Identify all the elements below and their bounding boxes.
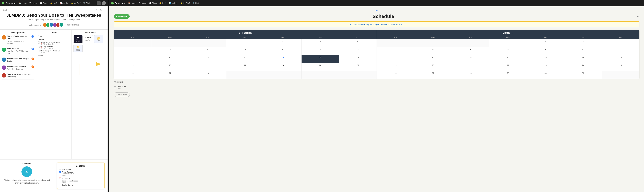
cal-day[interactable]: 22 (226, 63, 264, 71)
cal-day[interactable]: 1 (489, 39, 527, 47)
cal-day[interactable]: 16 (527, 55, 564, 63)
cal-day[interactable]: 11 (602, 47, 640, 55)
cal-day[interactable]: 25 (602, 63, 640, 71)
cal-day[interactable]: 22 (489, 63, 527, 71)
sched-item-0[interactable]: ✓ Press Release Completed Feb 16 Press (59, 171, 102, 176)
cal-day[interactable]: 3 (302, 39, 339, 47)
cal-day[interactable]: 8 (489, 47, 527, 55)
campfire-icon[interactable] (22, 166, 32, 177)
left-nav-pings[interactable]: 💬 Pings (40, 2, 47, 4)
left-nav-find[interactable]: 🔍 Find (83, 2, 90, 4)
left-nav-avatar-circle[interactable] (102, 1, 106, 5)
cal-day[interactable] (114, 39, 152, 47)
sched-item-1[interactable]: Social Media Images Design (59, 180, 102, 183)
cal-day[interactable]: 28 (189, 71, 226, 79)
cal-day[interactable]: 9 (527, 47, 564, 55)
cal-day[interactable]: 24 (564, 63, 602, 71)
msg-item-4[interactable]: Send Your Boss to Hell with Basecamp (2, 73, 34, 80)
cal-next-button[interactable]: › (511, 31, 514, 35)
doc-item-1[interactable]: DRAFT_37 Signals_Just Let Me Do... (84, 35, 93, 43)
cal-day[interactable]: 29 (489, 71, 527, 79)
cal-day[interactable]: 3 (564, 39, 602, 47)
msg-item-1[interactable]: New Timeline Hey Glenn, FYI, US Sweeps h… (2, 48, 34, 56)
cal-day[interactable]: 23 (527, 63, 564, 71)
cal-day[interactable]: 5 (114, 47, 152, 55)
cal-day[interactable]: 4 (339, 39, 377, 47)
todo-check-1[interactable] (38, 46, 40, 48)
left-nav-hey[interactable]: 👋 Hey! (50, 2, 57, 4)
cal-day[interactable]: 26 (114, 71, 152, 79)
cal-day[interactable]: 18 (339, 55, 377, 63)
cal-day[interactable]: 2 (527, 39, 564, 47)
cal-day[interactable]: 15 (489, 55, 527, 63)
cal-day[interactable] (264, 71, 302, 79)
cal-day[interactable]: 15 (226, 55, 264, 63)
left-nav-activity[interactable]: 📊 Activity (60, 2, 68, 4)
doc-item-0[interactable]: ▶ Video Promo (74, 35, 82, 43)
cal-day[interactable]: 6 (152, 47, 189, 55)
right-nav-mystuff[interactable]: ⭐ My Stuff (180, 2, 190, 4)
cal-day[interactable]: 25 (339, 63, 377, 71)
event-item-0[interactable]: test 2 🏔 test (114, 84, 640, 91)
cal-day[interactable]: 17 (302, 55, 339, 63)
left-nav-lineup[interactable]: ☰ Lineup (29, 2, 37, 4)
right-nav-pings[interactable]: 💬 Pings (149, 2, 156, 4)
right-nav-find[interactable]: 🔍 Find (192, 2, 199, 4)
doc-item-2[interactable]: 📁 PR (94, 35, 103, 43)
cal-day[interactable]: 12 (114, 55, 152, 63)
cal-day[interactable]: 11 (339, 47, 377, 55)
cal-day[interactable]: 10 (302, 47, 339, 55)
cal-day[interactable] (152, 39, 189, 47)
cal-day[interactable] (339, 71, 377, 79)
cal-day[interactable] (452, 39, 490, 47)
cal-day[interactable]: 19 (377, 63, 414, 71)
set-people-button[interactable]: Set up people (29, 24, 41, 26)
left-nav-home[interactable]: 🏠 Home (19, 2, 26, 4)
google-cal-link[interactable]: Add this Schedule to your Google Calenda… (350, 23, 404, 26)
right-logo[interactable]: Basecamp (111, 2, 125, 5)
msg-item-3[interactable]: Sweepstakes Vendors FYI — Hey Glenn - As… (2, 65, 34, 72)
cal-day[interactable]: 9 (264, 47, 302, 55)
cal-day[interactable]: 14 (189, 55, 226, 63)
add-event-button[interactable]: Add an event (114, 92, 130, 97)
cal-day[interactable]: 17 (564, 55, 602, 63)
cal-day[interactable]: 20 (414, 63, 452, 71)
cal-day[interactable]: 21 (189, 63, 226, 71)
cal-day[interactable]: 8 (226, 47, 264, 55)
right-nav-home[interactable]: 🏠 Home (128, 2, 136, 4)
cal-day[interactable]: 2 (264, 39, 302, 47)
cal-day[interactable]: 23 (264, 63, 302, 71)
project-more-dots[interactable]: ··· (102, 9, 104, 11)
cal-day[interactable]: 5 (377, 47, 414, 55)
right-nav-lineup[interactable]: ☰ Lineup (138, 2, 146, 4)
cal-day[interactable]: 28 (452, 71, 490, 79)
cal-day[interactable] (189, 39, 226, 47)
todo-item-1[interactable]: Display Banners 📅 Feb 17 Glenn P. (38, 46, 70, 49)
msg-item-0[interactable]: Display/Social assets - WIP Here are a c… (2, 35, 34, 46)
cal-day[interactable]: 19 (114, 63, 152, 71)
cal-day[interactable]: 13 (152, 55, 189, 63)
sched-check-0[interactable]: ✓ (59, 171, 61, 173)
cal-day[interactable]: 27 (414, 71, 452, 79)
left-nav-avatar-sq[interactable] (96, 1, 100, 5)
schedule-more-dots[interactable]: ··· (637, 15, 640, 18)
right-nav-activity[interactable]: 📊 Activity (169, 2, 178, 4)
cal-day[interactable]: 4 (602, 39, 640, 47)
right-nav-hey[interactable]: 👋 Hey! (159, 2, 166, 4)
cal-day[interactable]: 6 (414, 47, 452, 55)
cal-day[interactable] (602, 71, 640, 79)
todo-check-2[interactable] (38, 50, 40, 52)
sched-check-empty-1[interactable] (59, 180, 61, 182)
cal-day[interactable]: 21 (452, 63, 490, 71)
cal-day[interactable]: 13 (414, 55, 452, 63)
todo-item-0[interactable]: Social Media Images Feb 📅 Feb 17 Glenn P… (38, 41, 70, 45)
cal-day[interactable]: 31 (564, 71, 602, 79)
cal-day[interactable]: 14 (452, 55, 490, 63)
msg-item-2[interactable]: Sweepstakes Entry Page Design 1 (2, 58, 34, 64)
sched-check-empty-2[interactable] (59, 184, 61, 186)
cal-day[interactable]: 20 (152, 63, 189, 71)
cal-day[interactable]: 26 (377, 71, 414, 79)
doc-item-3[interactable]: 📁 CreativeAssets (74, 45, 82, 53)
sched-item-2[interactable]: Display Banners (59, 184, 102, 186)
todo-item-2[interactable]: Hero Image for Press Kit 📅 Feb 17 (38, 50, 70, 53)
